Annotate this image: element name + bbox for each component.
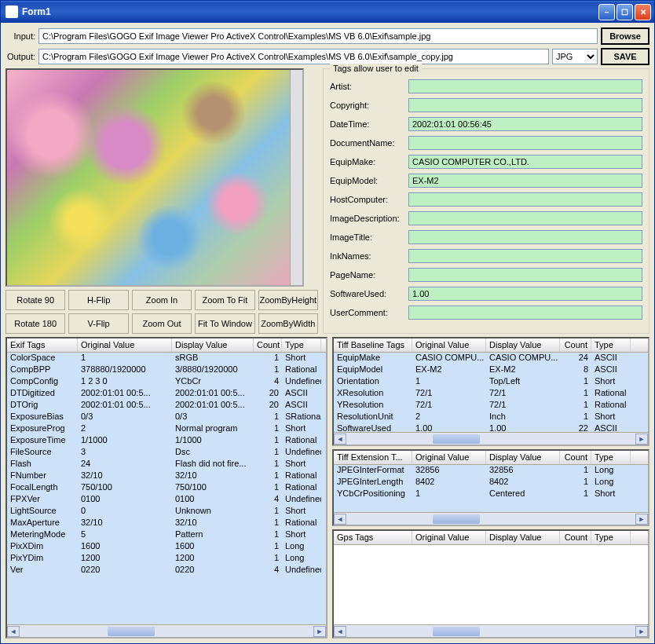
scroll-left-icon[interactable]: ◄ xyxy=(334,514,346,525)
column-header[interactable]: Tiff Baseline Tags xyxy=(334,338,412,352)
tag-label: ImageDescription: xyxy=(330,214,405,223)
column-header[interactable]: Exif Tags xyxy=(7,338,78,352)
column-header[interactable]: Original Value xyxy=(412,338,486,352)
column-header[interactable]: Type xyxy=(591,451,631,464)
table-row[interactable]: PixXDim160016001Long xyxy=(7,541,326,553)
column-header[interactable]: Display Value xyxy=(486,338,560,352)
column-header[interactable]: Count xyxy=(560,531,591,544)
tag-input-documentname[interactable] xyxy=(408,136,642,150)
table-row[interactable]: YCbCrPositioning1Centered1Short xyxy=(334,488,648,500)
scroll-right-icon[interactable]: ► xyxy=(313,626,326,637)
image-vscrollbar[interactable] xyxy=(290,70,302,285)
maximize-button[interactable]: ☐ xyxy=(617,4,633,20)
column-header[interactable]: Gps Tags xyxy=(334,531,412,544)
tag-input-equipmake[interactable] xyxy=(408,155,642,169)
table-row[interactable]: ExposureProg2Normal program1Short xyxy=(7,423,326,435)
table-row[interactable]: DTDigitized2002:01:01 00:5...2002:01:01 … xyxy=(7,388,326,400)
tag-label: Copyright: xyxy=(330,101,405,110)
scroll-left-icon[interactable]: ◄ xyxy=(334,626,346,637)
tag-input-hostcomputer[interactable] xyxy=(408,192,642,207)
column-header[interactable]: Count xyxy=(254,338,282,352)
table-row[interactable]: DTOrig2002:01:01 00:5...2002:01:01 00:5.… xyxy=(7,400,326,412)
tag-input-copyright[interactable] xyxy=(408,98,642,112)
gps-listview[interactable]: Gps TagsOriginal ValueDisplay ValueCount… xyxy=(332,529,650,639)
tag-input-datetime[interactable] xyxy=(408,117,642,131)
table-row[interactable]: SoftwareUsed1.001.0022ASCII xyxy=(334,423,648,432)
column-header[interactable]: Original Value xyxy=(412,451,486,464)
scroll-left-icon[interactable]: ◄ xyxy=(7,626,20,637)
table-row[interactable]: EquipMakeCASIO COMPU...CASIO COMPU...24A… xyxy=(334,353,648,364)
scroll-right-icon[interactable]: ► xyxy=(635,626,648,637)
tag-input-pagename[interactable] xyxy=(408,268,642,282)
tiffe-hscrollbar[interactable]: ◄ ► xyxy=(334,512,648,525)
zoom-in-button[interactable]: Zoom In xyxy=(132,290,192,310)
tag-input-equipmodel[interactable] xyxy=(408,174,642,188)
scroll-right-icon[interactable]: ► xyxy=(635,434,648,445)
table-row[interactable]: YResolution72/172/11Rational xyxy=(334,400,648,412)
tag-input-imagetitle[interactable] xyxy=(408,230,642,244)
tag-input-imagedescription[interactable] xyxy=(408,211,642,225)
scroll-left-icon[interactable]: ◄ xyxy=(334,434,346,445)
column-header[interactable]: Type xyxy=(591,531,631,544)
table-row[interactable]: ResolutionUnit2Inch1Short xyxy=(334,412,648,423)
save-button[interactable]: SAVE xyxy=(601,48,650,65)
table-row[interactable]: XResolution72/172/11Rational xyxy=(334,388,648,400)
tag-input-softwareused[interactable] xyxy=(408,287,642,301)
tiffb-hscrollbar[interactable]: ◄ ► xyxy=(334,432,648,445)
h-flip-button[interactable]: H-Flip xyxy=(68,290,128,310)
zoom-to-fit-button[interactable]: Zoom To Fit xyxy=(195,290,254,310)
exif-hscrollbar[interactable]: ◄ ► xyxy=(7,624,326,637)
table-row[interactable]: Orientation1Top/Left1Short xyxy=(334,376,648,388)
zoom-out-button[interactable]: Zoom Out xyxy=(132,313,192,334)
table-row[interactable]: MaxAperture32/1032/101Rational xyxy=(7,518,326,529)
tag-input-artist[interactable] xyxy=(408,79,642,93)
column-header[interactable]: Tiff Extension T... xyxy=(334,451,412,464)
table-row[interactable]: ColorSpace1sRGB1Short xyxy=(7,353,326,364)
rotate-90-button[interactable]: Rotate 90 xyxy=(5,290,65,310)
table-row[interactable]: Flash24Flash did not fire...1Short xyxy=(7,459,326,470)
column-header[interactable]: Display Value xyxy=(486,531,560,544)
zoombyheight-button[interactable]: ZoomByHeight xyxy=(258,290,318,310)
output-format-select[interactable]: JPG xyxy=(552,49,598,64)
browse-button[interactable]: Browse xyxy=(601,27,650,45)
column-header[interactable]: Type xyxy=(591,338,631,352)
column-header[interactable]: Count xyxy=(560,451,591,464)
table-row[interactable]: PixYDim120012001Long xyxy=(7,553,326,565)
table-row[interactable]: FileSource3Dsc1Undefined xyxy=(7,447,326,459)
table-row[interactable]: FNumber32/1032/101Rational xyxy=(7,470,326,482)
table-row[interactable]: LightSource0Unknown1Short xyxy=(7,506,326,518)
table-row[interactable]: ExposureBias0/30/31SRational xyxy=(7,412,326,423)
table-row[interactable]: Ver022002204Undefined xyxy=(7,565,326,576)
tiff-extension-listview[interactable]: Tiff Extension T...Original ValueDisplay… xyxy=(332,449,650,526)
table-row[interactable]: JPEGInterLength840284021Long xyxy=(334,477,648,488)
column-header[interactable]: Count xyxy=(560,338,591,352)
scroll-right-icon[interactable]: ► xyxy=(635,514,648,525)
zoombywidth-button[interactable]: ZoomByWidth xyxy=(258,313,318,334)
rotate-180-button[interactable]: Rotate 180 xyxy=(5,313,65,334)
tiff-baseline-listview[interactable]: Tiff Baseline TagsOriginal ValueDisplay … xyxy=(332,337,650,446)
tag-label: InkNames: xyxy=(330,251,405,261)
column-header[interactable]: Display Value xyxy=(486,451,560,464)
close-button[interactable]: ✕ xyxy=(635,4,651,20)
column-header[interactable]: Original Value xyxy=(412,531,486,544)
column-header[interactable]: Type xyxy=(282,338,321,352)
table-row[interactable]: FocalLength750/100750/1001Rational xyxy=(7,482,326,494)
column-header[interactable]: Display Value xyxy=(172,338,254,352)
table-row[interactable]: FPXVer010001004Undefined xyxy=(7,494,326,506)
tag-input-usercomment[interactable] xyxy=(408,306,642,320)
exif-listview[interactable]: Exif TagsOriginal ValueDisplay ValueCoun… xyxy=(5,337,328,639)
table-row[interactable]: CompBPP378880/19200003/8880/19200001Rati… xyxy=(7,364,326,376)
output-path-field[interactable] xyxy=(38,49,549,64)
table-row[interactable]: EquipModelEX-M2EX-M28ASCII xyxy=(334,364,648,376)
table-row[interactable]: MeteringMode5Pattern1Short xyxy=(7,529,326,541)
minimize-button[interactable]: – xyxy=(598,4,615,20)
table-row[interactable]: JPEGInterFormat32856328561Long xyxy=(334,465,648,477)
table-row[interactable]: ExposureTime1/10001/10001Rational xyxy=(7,435,326,447)
table-row[interactable]: CompConfig1 2 3 0YCbCr4Undefined xyxy=(7,376,326,388)
v-flip-button[interactable]: V-Flip xyxy=(68,313,128,334)
input-path-field[interactable] xyxy=(38,28,598,44)
column-header[interactable]: Original Value xyxy=(78,338,172,352)
gps-hscrollbar[interactable]: ◄ ► xyxy=(334,624,648,637)
fit-to-window-button[interactable]: Fit To Window xyxy=(195,313,254,334)
tag-input-inknames[interactable] xyxy=(408,249,642,263)
